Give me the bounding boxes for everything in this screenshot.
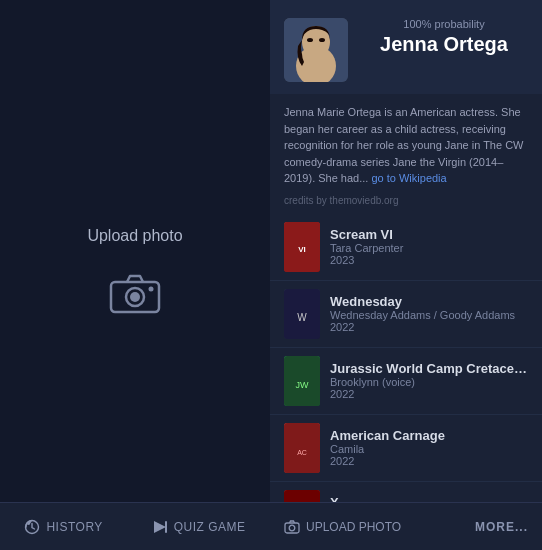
svg-point-11 <box>319 38 325 42</box>
left-bottom-bar: HISTORY QUIZ GAME <box>0 502 270 550</box>
upload-photo-label: Upload photo <box>87 227 182 245</box>
person-info: 100% probability Jenna Ortega <box>360 18 528 56</box>
right-panel: 100% probability Jenna Ortega Jenna Mari… <box>270 0 542 550</box>
jurassic-poster-art: JW <box>284 356 320 406</box>
svg-rect-24 <box>285 523 299 533</box>
quiz-icon <box>152 519 168 535</box>
carnage-poster-art: AC <box>284 423 320 473</box>
camera-icon <box>109 272 161 314</box>
svg-rect-18 <box>284 423 320 473</box>
history-icon <box>24 519 40 535</box>
svg-point-10 <box>307 38 313 42</box>
right-bottom-bar: UPLOAD PHOTO MORE... <box>270 502 542 550</box>
film-role: Brooklynn (voice) <box>330 376 528 388</box>
x-poster-art: X <box>284 490 320 503</box>
credits-text: credits by themoviedb.org <box>270 191 542 214</box>
svg-point-3 <box>149 287 154 292</box>
svg-marker-5 <box>154 521 166 533</box>
film-title: Wednesday <box>330 294 528 309</box>
person-name: Jenna Ortega <box>360 32 528 56</box>
film-role: Wednesday Addams / Goody Addams <box>330 309 528 321</box>
svg-point-25 <box>289 525 295 531</box>
person-bio: Jenna Marie Ortega is an American actres… <box>270 94 542 191</box>
avatar <box>284 18 348 82</box>
film-item-jurassic[interactable]: JW Jurassic World Camp Cretaceous: Hidde… <box>270 348 542 415</box>
film-title: Scream VI <box>330 227 528 242</box>
film-item-scream-vi[interactable]: VI Scream VI Tara Carpenter 2023 <box>270 214 542 281</box>
avatar-svg <box>284 18 348 82</box>
wednesday-poster-art: W <box>284 289 320 339</box>
svg-rect-20 <box>284 490 320 503</box>
film-year: 2022 <box>330 321 528 333</box>
scream-poster-art: VI <box>284 222 320 272</box>
film-poster-scream-vi: VI <box>284 222 320 272</box>
probability-text: 100% probability <box>360 18 528 30</box>
upload-photo-button[interactable]: UPLOAD PHOTO <box>284 519 401 535</box>
film-title: American Carnage <box>330 428 528 443</box>
quiz-game-button[interactable]: QUIZ GAME <box>152 519 246 535</box>
svg-text:AC: AC <box>297 449 307 456</box>
film-poster-x: X <box>284 490 320 503</box>
camera-small-icon <box>284 519 300 535</box>
film-poster-carnage: AC <box>284 423 320 473</box>
film-role: Tara Carpenter <box>330 242 528 254</box>
filmography-list: VI Scream VI Tara Carpenter 2023 W Wedne… <box>270 214 542 503</box>
film-details-jurassic: Jurassic World Camp Cretaceous: Hidde...… <box>330 361 528 400</box>
film-year: 2022 <box>330 455 528 467</box>
film-poster-jurassic: JW <box>284 356 320 406</box>
camera-upload-button[interactable] <box>105 263 165 323</box>
svg-point-2 <box>130 292 140 302</box>
wikipedia-link[interactable]: go to Wikipedia <box>371 172 446 184</box>
film-title: X <box>330 495 528 502</box>
more-button[interactable]: MORE... <box>475 520 528 534</box>
film-title: Jurassic World Camp Cretaceous: Hidde... <box>330 361 528 376</box>
history-label: HISTORY <box>46 520 102 534</box>
film-year: 2023 <box>330 254 528 266</box>
film-item-x[interactable]: X X Lorraine 2022 <box>270 482 542 503</box>
svg-text:VI: VI <box>298 245 306 254</box>
svg-text:JW: JW <box>296 380 310 390</box>
history-button[interactable]: HISTORY <box>24 519 102 535</box>
avatar-image <box>284 18 348 82</box>
left-panel: Upload photo HISTORY QUIZ GAME <box>0 0 270 550</box>
film-poster-wednesday: W <box>284 289 320 339</box>
film-item-american-carnage[interactable]: AC American Carnage Camila 2022 <box>270 415 542 482</box>
quiz-label: QUIZ GAME <box>174 520 246 534</box>
film-details-american-carnage: American Carnage Camila 2022 <box>330 428 528 467</box>
svg-text:W: W <box>297 312 307 323</box>
person-header: 100% probability Jenna Ortega <box>270 0 542 94</box>
film-year: 2022 <box>330 388 528 400</box>
film-details-scream-vi: Scream VI Tara Carpenter 2023 <box>330 227 528 266</box>
film-role: Camila <box>330 443 528 455</box>
upload-photo-label: UPLOAD PHOTO <box>306 520 401 534</box>
svg-rect-6 <box>165 521 167 533</box>
film-details-wednesday: Wednesday Wednesday Addams / Goody Addam… <box>330 294 528 333</box>
film-details-x: X Lorraine 2022 <box>330 495 528 502</box>
film-item-wednesday[interactable]: W Wednesday Wednesday Addams / Goody Add… <box>270 281 542 348</box>
